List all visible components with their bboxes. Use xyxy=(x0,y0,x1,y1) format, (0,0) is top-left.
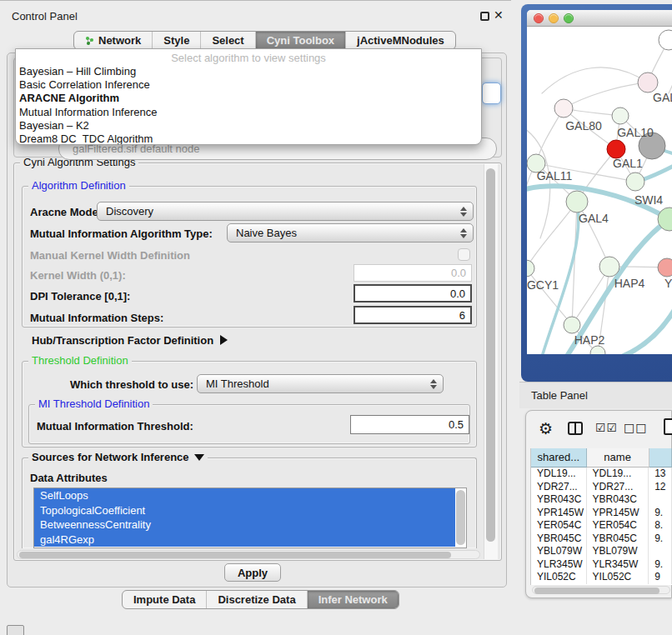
table-row[interactable]: YBR045CYBR045C9. xyxy=(531,532,672,546)
network-canvas[interactable]: GALGAL80GAL10GAL1GAL11GAL4SWI4GCY1HAP4YH… xyxy=(527,27,672,354)
network-node[interactable] xyxy=(659,30,672,50)
gear-icon[interactable]: ⚙ xyxy=(539,419,553,438)
hub-tf-definition-toggle[interactable]: Hub/Transcription Factor Definition xyxy=(32,334,228,347)
dropdown-item-basic-correlation-inference[interactable]: Basic Correlation Inference xyxy=(16,78,481,92)
attributes-list-scrollbar-thumb[interactable] xyxy=(456,490,465,545)
attribute-item-gal4rgexp[interactable]: gal4RGexp xyxy=(34,532,455,548)
table-cell xyxy=(649,545,672,558)
network-node-gal10[interactable] xyxy=(612,108,629,124)
network-node[interactable] xyxy=(607,140,625,158)
table-row[interactable]: YBL079WYBL079W xyxy=(531,545,672,558)
tab-style[interactable]: Style xyxy=(152,32,200,49)
network-node-gcy1[interactable] xyxy=(527,260,534,277)
attribute-item-selfloops[interactable]: SelfLoops xyxy=(34,488,455,503)
settings-vertical-scrollbar-thumb[interactable] xyxy=(486,168,495,542)
dropdown-item-dream8-dc-tdc-algorithm[interactable]: Dream8 DC_TDC Algorithm xyxy=(16,132,481,145)
minimize-traffic-light-icon[interactable] xyxy=(549,13,559,23)
attribute-item-betweennesscentrality[interactable]: BetweennessCentrality xyxy=(34,518,455,532)
zoom-traffic-light-icon[interactable] xyxy=(564,13,574,23)
manual-kernel-width-checkbox[interactable] xyxy=(458,248,470,261)
data-attributes-list[interactable]: SelfLoopsTopologicalCoefficientBetweenne… xyxy=(33,488,467,548)
mi-steps-input[interactable]: 6 xyxy=(354,306,472,324)
table-row[interactable]: YDR27...YDR27...12 xyxy=(531,481,672,494)
tab-jactivemnodules[interactable]: jActiveMNodules xyxy=(345,32,455,49)
column-header-shared...[interactable]: shared... xyxy=(531,448,587,468)
network-window-titlebar[interactable] xyxy=(527,10,672,27)
sources-group-title[interactable]: Sources for Network Inference xyxy=(28,452,208,463)
table-cell: 13 xyxy=(649,468,672,481)
collapse-down-arrow-icon xyxy=(194,454,204,461)
table-cell: YPR145W xyxy=(587,507,649,520)
close-traffic-light-icon[interactable] xyxy=(534,13,544,23)
spinner-arrows-icon xyxy=(430,379,437,389)
dropdown-item-bayesian-hill-climbing[interactable]: Bayesian – Hill Climbing xyxy=(16,65,481,78)
node-attribute-table: shared...nameYDL19...YDL19...13YDR27...Y… xyxy=(530,448,672,585)
tab-cyni-toolbox[interactable]: Cyni Toolbox xyxy=(255,32,345,49)
mi-algorithm-type-select[interactable]: Naive Bayes xyxy=(227,223,474,242)
unchecked-boxes-icon[interactable]: □□ xyxy=(624,421,647,434)
algorithm-combo-focus-edge[interactable] xyxy=(482,82,501,104)
aracne-mode-select[interactable]: Discovery xyxy=(97,202,474,221)
table-cell: 9 xyxy=(649,571,672,584)
table-horizontal-scrollbar[interactable] xyxy=(532,586,670,594)
attribute-item-topologicalcoefficient[interactable]: TopologicalCoefficient xyxy=(34,503,455,518)
network-node-gal4[interactable] xyxy=(566,191,588,212)
control-panel-title: Control Panel xyxy=(12,10,78,22)
table-row[interactable]: YBR043CYBR043C xyxy=(531,493,672,507)
table-row[interactable]: YIL052CYIL052C9 xyxy=(531,571,672,584)
control-panel-titlebar: Control Panel ✕ xyxy=(0,1,511,22)
table-cell: YBR045C xyxy=(587,532,649,546)
tab-label: Impute Data xyxy=(133,591,195,608)
table-row[interactable]: YLR345WYLR345W9. xyxy=(531,558,672,572)
sources-group-label: Sources for Network Inference xyxy=(32,451,189,463)
tab-impute-data[interactable]: Impute Data xyxy=(123,591,206,608)
mi-threshold-input[interactable]: 0.5 xyxy=(350,415,469,434)
table-cell: YBR043C xyxy=(587,493,649,507)
split-columns-icon[interactable] xyxy=(568,422,583,435)
checked-boxes-icon[interactable]: ☑☑ xyxy=(595,421,618,434)
network-node-label: GCY1 xyxy=(527,278,559,292)
apply-button[interactable]: Apply xyxy=(224,563,281,582)
dropdown-item-bayesian-k2[interactable]: Bayesian – K2 xyxy=(16,119,481,132)
settings-horizontal-scrollbar[interactable] xyxy=(17,550,480,559)
network-node[interactable] xyxy=(590,346,605,354)
which-threshold-value: MI Threshold xyxy=(206,378,269,390)
dropdown-item-mutual-information-inference[interactable]: Mutual Information Inference xyxy=(16,106,481,119)
network-node-label: HAP4 xyxy=(614,277,645,290)
table-row[interactable]: YDL19...YDL19...13 xyxy=(531,468,672,481)
table-row[interactable]: YPR145WYPR145W9. xyxy=(531,507,672,520)
tab-select[interactable]: Select xyxy=(200,32,254,49)
column-header-name[interactable]: name xyxy=(587,448,649,468)
float-panel-icon[interactable] xyxy=(480,12,489,21)
tab-label: Style xyxy=(163,32,189,49)
network-node-y[interactable] xyxy=(658,258,672,277)
network-node-label: HAP2 xyxy=(574,333,605,347)
network-node-hap4[interactable] xyxy=(599,257,619,277)
table-cell: 8. xyxy=(649,519,672,532)
which-threshold-select[interactable]: MI Threshold xyxy=(197,374,444,393)
tab-infer-network[interactable]: Infer Network xyxy=(307,591,399,608)
table-row[interactable]: YER054CYER054C8. xyxy=(531,519,672,532)
network-node-gal[interactable] xyxy=(638,72,658,92)
network-node-gal80[interactable] xyxy=(554,99,573,118)
expand-right-arrow-icon xyxy=(220,335,228,345)
tab-network[interactable]: Network xyxy=(74,32,152,49)
table-cell: YLR345W xyxy=(531,558,587,572)
settings-horizontal-scrollbar-thumb[interactable] xyxy=(19,552,451,558)
tab-discretize-data[interactable]: Discretize Data xyxy=(206,591,306,608)
data-attributes-label: Data Attributes xyxy=(30,472,108,484)
network-edge-highlighted xyxy=(607,308,672,354)
algorithm-dropdown-popup: Select algorithm to view settings Bayesi… xyxy=(15,48,482,145)
settings-vertical-scrollbar[interactable] xyxy=(484,164,498,559)
column-header-cut[interactable] xyxy=(649,448,672,468)
minimized-panel-icon[interactable] xyxy=(7,625,24,635)
network-node-gal1[interactable] xyxy=(626,172,644,191)
kernel-width-input[interactable]: 0.0 xyxy=(354,264,472,282)
dropdown-item-aracne-algorithm[interactable]: ARACNE Algorithm xyxy=(16,92,481,105)
close-icon[interactable]: ✕ xyxy=(494,8,504,22)
table-horizontal-scrollbar-thumb[interactable] xyxy=(534,588,659,594)
aracne-mode-value: Discovery xyxy=(106,205,153,218)
document-icon[interactable] xyxy=(664,418,672,435)
dpi-tolerance-input[interactable]: 0.0 xyxy=(354,284,472,302)
network-node-hap2[interactable] xyxy=(564,317,580,333)
